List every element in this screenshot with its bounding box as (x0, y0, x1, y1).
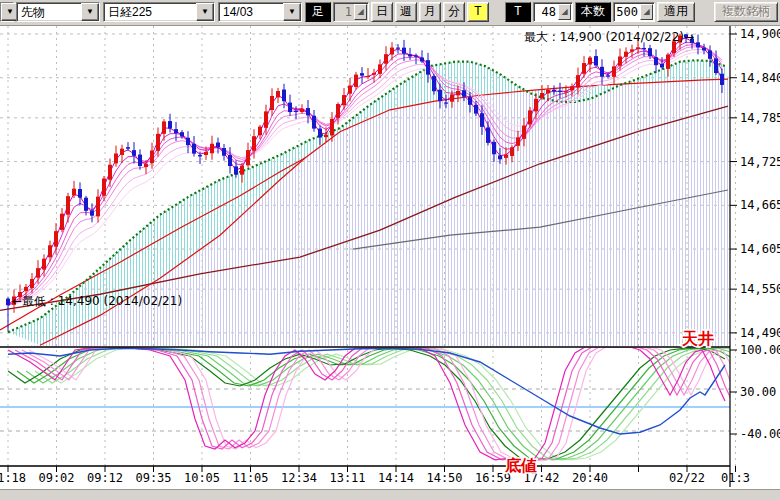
svg-text:14,900: 14,900 (740, 27, 780, 41)
svg-text:14,605: 14,605 (740, 242, 780, 256)
chart-area[interactable]: 14,90014,84014,78514,72514,66514,60514,5… (0, 0, 780, 500)
tick-mode-button[interactable]: T (505, 2, 531, 22)
svg-text:09:12: 09:12 (87, 471, 123, 485)
svg-text:10:05: 10:05 (184, 471, 220, 485)
svg-text:02/22: 02/22 (669, 471, 705, 485)
svg-text:-40.00: -40.00 (740, 427, 780, 441)
window-bottom-strip (0, 489, 780, 500)
instrument-type-select[interactable]: 先物 ▼ (16, 2, 100, 22)
svg-text:09:02: 09:02 (38, 471, 74, 485)
symbol-select[interactable]: 日経225 ▼ (103, 2, 215, 22)
svg-text:14:50: 14:50 (426, 471, 462, 485)
period-week-button[interactable]: 週 (395, 2, 417, 22)
svg-text:14,785: 14,785 (740, 111, 780, 125)
tick-button-active[interactable]: T (467, 2, 489, 22)
svg-text:14,550: 14,550 (740, 282, 780, 296)
svg-text:←最低 : 14,490 (2014/02/21): ←最低 : 14,490 (2014/02/21) (12, 294, 182, 308)
chevron-down-icon[interactable]: ▼ (81, 3, 99, 21)
contract-month-select[interactable]: 14/03 ▼ (218, 2, 302, 22)
bar-count-button[interactable]: 本数 (575, 2, 611, 22)
spinner-icon[interactable]: ◢ (640, 4, 653, 20)
svg-text:100.00: 100.00 (740, 343, 780, 357)
svg-text:最大 : 14,900 (2014/02/22)→: 最大 : 14,900 (2014/02/22)→ (524, 30, 694, 44)
chevron-down-icon[interactable]: ▼ (196, 3, 214, 21)
svg-text:14,665: 14,665 (740, 198, 780, 212)
svg-text:01:18: 01:18 (0, 471, 26, 485)
mini-dropdown[interactable]: ▼ (0, 2, 14, 22)
svg-text:14,840: 14,840 (740, 71, 780, 85)
instrument-type-value: 先物 (17, 4, 81, 21)
svg-text:天井: 天井 (681, 329, 714, 348)
svg-text:14:14: 14:14 (378, 471, 414, 485)
svg-text:11:05: 11:05 (232, 471, 268, 485)
contract-month-value: 14/03 (219, 5, 283, 19)
svg-text:14,725: 14,725 (740, 155, 780, 169)
period-month-button[interactable]: 月 (419, 2, 441, 22)
period-day-button[interactable]: 日 (371, 2, 393, 22)
chevron-down-icon[interactable]: ▼ (283, 3, 301, 21)
svg-text:20:40: 20:40 (572, 471, 608, 485)
svg-text:01:3: 01:3 (721, 471, 750, 485)
symbol-value: 日経225 (104, 4, 196, 21)
chart-canvas[interactable]: 14,90014,84014,78514,72514,66514,60514,5… (0, 0, 780, 500)
spinner-icon[interactable]: ◢ (558, 4, 571, 20)
interval-stepper[interactable]: 48 ◢ (533, 2, 573, 22)
period-minute-button[interactable]: 分 (443, 2, 465, 22)
svg-text:12:34: 12:34 (281, 471, 317, 485)
bar-interval-value: 1 (334, 5, 354, 19)
toolbar: ▼ 先物 ▼ 日経225 ▼ 14/03 ▼ 足 1 ◢ 日 週 月 分 T T… (0, 0, 780, 26)
bar-count-stepper[interactable]: 500 ◢ (613, 2, 655, 22)
svg-text:09:35: 09:35 (135, 471, 171, 485)
oscillator-panel (0, 347, 761, 461)
interval-value: 48 (534, 5, 558, 19)
spinner-icon[interactable]: ◢ (354, 4, 367, 20)
bar-interval-stepper[interactable]: 1 ◢ (333, 2, 369, 22)
svg-text:14,490: 14,490 (740, 326, 780, 340)
svg-text:底値: 底値 (504, 456, 537, 475)
svg-text:30.00: 30.00 (740, 385, 776, 399)
bar-type-button[interactable]: 足 (305, 2, 331, 22)
multi-symbol-button[interactable]: 複数銘柄 (714, 2, 778, 22)
bar-count-value: 500 (614, 5, 640, 19)
apply-button[interactable]: 適用 (657, 2, 695, 22)
svg-text:13:11: 13:11 (329, 471, 365, 485)
